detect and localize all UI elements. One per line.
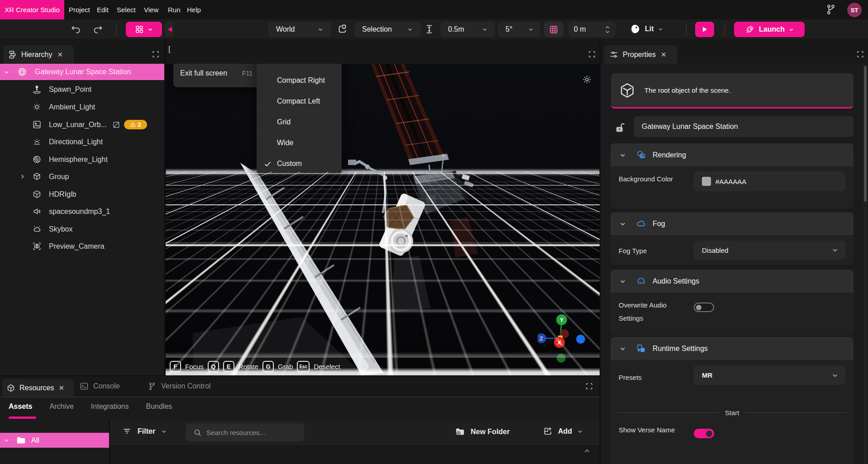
chevron-right-icon[interactable]: [19, 174, 25, 180]
subtab-integrations[interactable]: Integrations: [91, 402, 129, 411]
tree-item[interactable]: Skybox: [0, 221, 164, 237]
subtab-archive[interactable]: Archive: [49, 402, 73, 411]
move-tool-button[interactable]: [165, 22, 173, 37]
submenu-item-default[interactable]: Default: [257, 64, 342, 70]
section-audio-header[interactable]: Audio Settings: [610, 270, 854, 293]
tree-item[interactable]: Group: [0, 168, 164, 185]
scrollbar-thumb[interactable]: [864, 66, 867, 202]
redo-icon[interactable]: [92, 23, 104, 35]
height-stepper[interactable]: 0 m: [568, 22, 615, 37]
scrollbar-track[interactable]: [863, 64, 867, 464]
expand-panel-icon[interactable]: [152, 51, 159, 58]
hierarchy-icon: [8, 50, 17, 59]
viewport-settings-gear-icon[interactable]: [582, 75, 592, 85]
chevron-down-icon[interactable]: [4, 69, 10, 75]
menu-run[interactable]: Run: [168, 0, 181, 19]
search-box[interactable]: [186, 423, 304, 441]
tree-item[interactable]: Low_Lunar_Orb... 2: [0, 116, 164, 133]
tree-item[interactable]: Directional_Light: [0, 133, 164, 150]
keycap-q: Q: [208, 361, 219, 372]
focus-frame-icon[interactable]: [337, 24, 348, 35]
close-icon[interactable]: ✕: [58, 384, 64, 392]
menu-edit[interactable]: Edit: [97, 0, 109, 19]
subtab-bundles[interactable]: Bundles: [146, 402, 172, 411]
subtab-assets[interactable]: Assets: [9, 402, 32, 411]
expand-panel-icon[interactable]: [588, 51, 596, 58]
menu-project[interactable]: Project: [69, 0, 90, 19]
tree-item[interactable]: Hemisphere_Light: [0, 151, 164, 168]
app-logo[interactable]: XR Creator Studio: [0, 0, 64, 19]
section-runtime-header[interactable]: Runtime Settings: [610, 337, 854, 360]
tree-item[interactable]: spacesoundmp3_1: [0, 203, 164, 220]
search-input[interactable]: [206, 429, 292, 436]
avatar[interactable]: ST: [847, 3, 862, 17]
undo-icon[interactable]: [70, 23, 82, 35]
object-name-field[interactable]: Gateway Lunar Space Station: [634, 116, 854, 137]
viewport-3d[interactable]: F Focus Q E Rotate G Grab Esc Deselect Y…: [166, 64, 600, 375]
skybox-icon: [32, 224, 42, 234]
axis-gizmo[interactable]: Y Z X: [538, 312, 592, 367]
tab-properties[interactable]: Properties ✕: [604, 45, 677, 64]
version-control-icon[interactable]: [825, 4, 837, 15]
tree-item-root[interactable]: Gateway Lunar Space Station: [0, 64, 164, 80]
expand-panel-icon[interactable]: [857, 51, 864, 58]
fog-type-select[interactable]: Disabled: [693, 241, 845, 260]
tree-item[interactable]: Ambient_Light: [0, 99, 164, 115]
layout-button[interactable]: [126, 22, 162, 37]
tree-item[interactable]: HDRIglb: [0, 186, 164, 203]
show-verse-toggle[interactable]: [694, 429, 714, 438]
close-icon[interactable]: ✕: [57, 51, 63, 59]
image-icon: [32, 120, 42, 129]
add-button[interactable]: Add: [543, 426, 583, 436]
lock-icon[interactable]: [614, 122, 625, 133]
snap-grid-icon: [549, 25, 558, 34]
tab-version-control[interactable]: Version Control: [148, 382, 210, 391]
tree-item[interactable]: Preview_Camera: [0, 238, 164, 255]
menu-item-exit-full-screen[interactable]: Exit full screen F11: [173, 64, 259, 83]
folder-item-all[interactable]: All: [0, 433, 109, 448]
submenu-item-custom[interactable]: Custom: [257, 153, 342, 174]
layout-grid-icon: [135, 25, 144, 34]
tab-hierarchy[interactable]: Hierarchy ✕: [3, 45, 74, 64]
background-color-field[interactable]: #AAAAAA: [693, 171, 845, 191]
section-audio-body: Overwrite Audio Settings: [610, 293, 854, 336]
hierarchy-panel: Gateway Lunar Space Station Spawn_Point …: [0, 64, 164, 375]
menu-select[interactable]: Select: [117, 0, 136, 19]
submenu-item-compact-right[interactable]: Compact Right: [257, 70, 342, 91]
world-space-select[interactable]: World: [268, 22, 331, 37]
hidden-icon[interactable]: [112, 121, 120, 129]
grid-snap-select[interactable]: 0.5m: [440, 22, 495, 37]
submenu-item-compact-left[interactable]: Compact Left: [257, 91, 342, 112]
menu-view[interactable]: View: [144, 0, 158, 19]
submenu-item-wide[interactable]: Wide: [257, 133, 342, 153]
play-button[interactable]: [695, 22, 714, 37]
fit-height-icon[interactable]: [424, 24, 435, 35]
new-folder-button[interactable]: New Folder: [455, 426, 510, 437]
overwrite-audio-toggle[interactable]: [694, 303, 714, 312]
stepper-up-icon[interactable]: [605, 26, 610, 29]
filter-button[interactable]: Filter: [122, 426, 167, 436]
stepper-down-icon[interactable]: [605, 30, 610, 33]
warning-badge[interactable]: 2: [124, 120, 147, 129]
section-rendering-body: Background Color #AAAAAA: [610, 166, 854, 208]
section-fog-header[interactable]: Fog: [610, 212, 854, 235]
tab-resources[interactable]: Resources ✕: [2, 379, 74, 397]
menu-help[interactable]: Help: [187, 0, 201, 19]
chevron-down-icon: [620, 278, 626, 284]
angle-snap-select[interactable]: 5°: [498, 22, 540, 37]
selection-mode-select[interactable]: Selection: [354, 22, 421, 37]
submenu-item-grid[interactable]: Grid: [257, 112, 342, 133]
close-icon[interactable]: ✕: [661, 51, 667, 59]
scroll-up-icon[interactable]: [584, 449, 590, 453]
presets-select[interactable]: MR: [693, 365, 845, 385]
tab-console[interactable]: Console: [80, 382, 120, 391]
chevron-down-icon: [318, 27, 323, 32]
section-rendering-header[interactable]: Rendering: [610, 143, 854, 166]
expand-panel-icon[interactable]: [586, 383, 593, 390]
launch-button[interactable]: Launch: [734, 22, 805, 37]
snap-grid-toggle[interactable]: [544, 22, 563, 37]
warning-icon: [130, 122, 136, 128]
tree-item[interactable]: Spawn_Point: [0, 81, 164, 98]
color-swatch[interactable]: [702, 177, 711, 186]
shading-mode-select[interactable]: Lit: [629, 23, 663, 35]
